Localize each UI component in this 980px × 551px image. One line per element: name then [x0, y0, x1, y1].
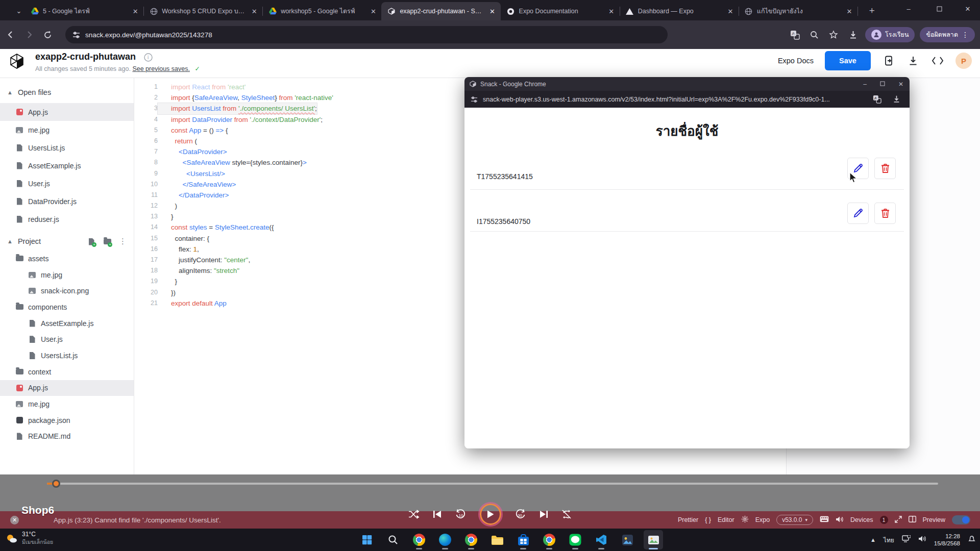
- taskbar-start-icon[interactable]: [357, 530, 377, 549]
- file-item-me-jpg[interactable]: me.jpg: [0, 267, 134, 283]
- network-display-icon[interactable]: [902, 535, 911, 544]
- tab-close-button[interactable]: ✕: [607, 7, 616, 15]
- player-close-button[interactable]: ✕: [898, 81, 903, 88]
- expand-icon[interactable]: [895, 516, 902, 524]
- browser-tab-5[interactable]: Expo Documentation✕: [501, 2, 620, 20]
- clock[interactable]: 12:28 15/8/2568: [934, 533, 960, 547]
- download-icon[interactable]: [889, 92, 903, 107]
- file-item-assets[interactable]: assets: [0, 251, 134, 267]
- translate-button[interactable]: A: [788, 28, 802, 42]
- taskbar-edge-icon[interactable]: [435, 530, 455, 549]
- tab-close-button[interactable]: ✕: [250, 7, 258, 15]
- seek-thumb[interactable]: [52, 480, 60, 488]
- previous-saves-link[interactable]: See previous saves.: [132, 65, 190, 72]
- profile-chip[interactable]: โรงเรียน: [865, 27, 915, 42]
- file-item-user-js[interactable]: User.js: [0, 174, 134, 192]
- file-item-userslist-js[interactable]: UsersList.js: [0, 139, 134, 157]
- player-maximize-button[interactable]: [880, 81, 885, 88]
- browser-error-button[interactable]: ข้อผิดพลาด ⋮: [920, 27, 975, 42]
- file-item-context[interactable]: context: [0, 364, 134, 380]
- taskbar-chrome-profile-2-icon[interactable]: [461, 530, 481, 549]
- address-bar[interactable]: snack.expo.dev/@phutawan2025/143278: [65, 26, 668, 43]
- tab-close-button[interactable]: ✕: [726, 7, 734, 15]
- shuffle-off-icon[interactable]: [408, 510, 420, 519]
- back-button[interactable]: [3, 27, 18, 42]
- keyboard-icon[interactable]: [820, 516, 829, 524]
- project-menu-button[interactable]: ⋮: [119, 237, 127, 246]
- window-close-button[interactable]: ✕: [958, 0, 978, 17]
- audio-icon[interactable]: [836, 516, 844, 524]
- save-button[interactable]: Save: [825, 51, 871, 70]
- new-folder-button[interactable]: +: [103, 238, 111, 245]
- embed-code-button[interactable]: [931, 54, 944, 67]
- taskbar-file-explorer-icon[interactable]: [487, 530, 507, 549]
- edit-user-button[interactable]: [847, 203, 869, 224]
- file-item-package-json[interactable]: package.json: [0, 412, 134, 429]
- window-maximize-button[interactable]: [929, 0, 949, 17]
- info-icon[interactable]: i: [144, 53, 153, 64]
- file-item-user-js[interactable]: User.js: [0, 331, 134, 347]
- reload-button[interactable]: [40, 27, 55, 42]
- delete-user-button[interactable]: [874, 203, 896, 224]
- error-close-button[interactable]: ✕: [10, 516, 19, 524]
- player-minimize-button[interactable]: –: [863, 81, 867, 88]
- file-item-components[interactable]: components: [0, 299, 134, 315]
- braces-icon[interactable]: { }: [705, 516, 711, 523]
- volume-icon[interactable]: [918, 535, 926, 544]
- new-file-button[interactable]: +: [87, 238, 95, 245]
- weather-widget[interactable]: 31°C มีเมฆเล็กน้อย: [5, 531, 53, 546]
- sdk-version-select[interactable]: v53.0.0 ▾: [776, 515, 813, 525]
- browser-tab-3[interactable]: workshop5 - Google ไดรฟ์✕: [262, 2, 381, 20]
- devices-label[interactable]: Devices: [850, 516, 873, 523]
- file-item-reduser-js[interactable]: reduser.js: [0, 210, 134, 228]
- bookmark-star-button[interactable]: [826, 28, 841, 42]
- file-item-me-jpg[interactable]: me.jpg: [0, 121, 134, 139]
- taskbar-photos-icon[interactable]: [618, 530, 637, 549]
- file-item-snack-icon-png[interactable]: snack-icon.png: [0, 283, 134, 299]
- run-on-device-button[interactable]: [882, 54, 895, 67]
- file-item-app-js[interactable]: App.js: [0, 380, 134, 396]
- open-files-section-header[interactable]: ▲ Open files: [0, 84, 134, 101]
- window-minimize-button[interactable]: –: [898, 0, 919, 17]
- seek-track[interactable]: [47, 483, 938, 485]
- file-item-dataprovider-js[interactable]: DataProvider.js: [0, 192, 134, 210]
- expo-docs-link[interactable]: Expo Docs: [778, 57, 814, 65]
- translate-icon[interactable]: A: [870, 92, 884, 107]
- editor-label[interactable]: Editor: [718, 516, 734, 523]
- file-item-readme-md[interactable]: README.md: [0, 429, 134, 445]
- rewind-10-button[interactable]: 10: [455, 509, 467, 519]
- preview-window-icon[interactable]: [909, 516, 916, 524]
- new-tab-button[interactable]: ＋: [865, 3, 879, 17]
- file-item-assetexample-js[interactable]: AssetExample.js: [0, 157, 134, 174]
- tab-close-button[interactable]: ✕: [369, 7, 377, 15]
- taskbar-microsoft-store-icon[interactable]: [513, 530, 533, 549]
- taskbar-chrome-icon[interactable]: [409, 530, 429, 549]
- forward-30-button[interactable]: 30: [514, 509, 526, 519]
- gear-icon[interactable]: [741, 515, 749, 524]
- taskbar-search-icon[interactable]: [383, 530, 403, 549]
- language-indicator[interactable]: ไทย: [884, 535, 894, 545]
- browser-tab-7[interactable]: แก้ไขปัญหายังไง✕: [739, 2, 857, 20]
- browser-menu-icon[interactable]: ⋮: [962, 31, 969, 39]
- file-item-assetexample-js[interactable]: AssetExample.js: [0, 315, 134, 332]
- prettier-label[interactable]: Prettier: [678, 516, 698, 523]
- notification-bell-icon[interactable]: z: [968, 535, 976, 545]
- project-section-header[interactable]: ▲ Project + + ⋮: [0, 233, 134, 249]
- browser-tab-1[interactable]: 5 - Google ไดรฟ์✕: [24, 2, 143, 20]
- tab-close-button[interactable]: ✕: [131, 7, 139, 15]
- delete-user-button[interactable]: [874, 158, 896, 179]
- taskbar-vscode-icon[interactable]: [592, 530, 611, 549]
- user-avatar[interactable]: P: [955, 53, 972, 69]
- repeat-off-icon[interactable]: [561, 510, 572, 519]
- tab-close-button[interactable]: ✕: [845, 7, 853, 15]
- lens-search-button[interactable]: [807, 28, 821, 42]
- preview-toggle[interactable]: [952, 515, 970, 524]
- browser-tab-6[interactable]: Dashboard — Expo✕: [620, 2, 739, 20]
- browser-tab-4[interactable]: exapp2-crud-phutawan - Snack✕: [381, 2, 500, 20]
- file-item-userslist-js[interactable]: UsersList.js: [0, 347, 134, 364]
- downloads-button[interactable]: [846, 28, 860, 42]
- player-address-bar[interactable]: snack-web-player.s3.us-west-1.amazonaws.…: [464, 91, 910, 108]
- next-track-button[interactable]: [539, 510, 548, 518]
- forward-button[interactable]: [21, 27, 37, 42]
- preview-label[interactable]: Preview: [923, 516, 945, 523]
